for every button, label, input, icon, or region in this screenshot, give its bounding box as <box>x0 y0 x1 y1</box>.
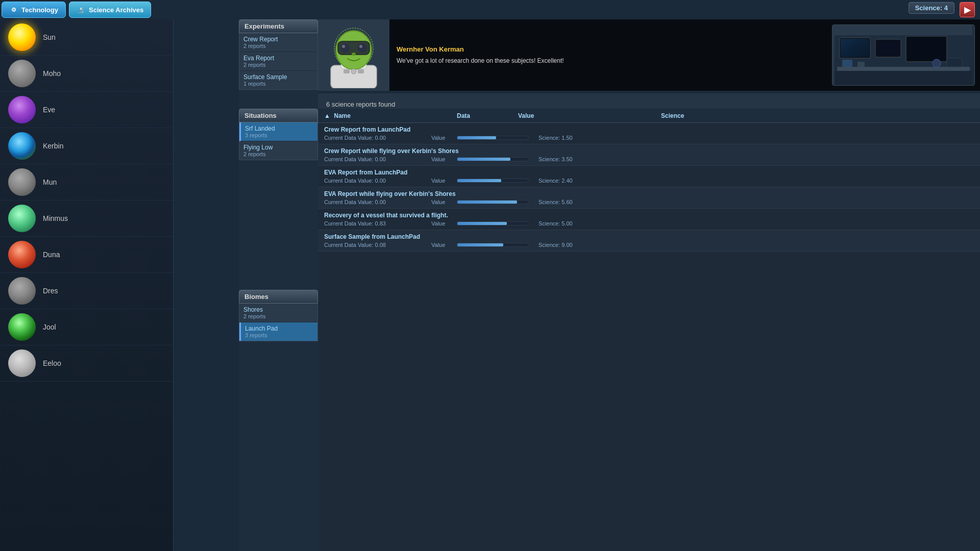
svg-rect-20 <box>876 40 900 56</box>
report-data-value: Current Data Value: 0.08 <box>324 242 426 248</box>
col-header-value[interactable]: Value <box>518 112 661 119</box>
report-science-value: Science: 5.60 <box>538 199 573 205</box>
planet-kerbin-label: Kerbin <box>43 142 63 150</box>
report-title: EVA Report from LaunchPad <box>324 169 974 176</box>
planet-jool-label: Jool <box>43 323 56 331</box>
experiments-header: Experiments <box>239 19 318 33</box>
planet-jool-icon <box>8 313 36 341</box>
report-bar-container <box>457 179 528 183</box>
biome-launch-pad[interactable]: Launch Pad 3 reports <box>239 322 317 341</box>
experiment-surface-sample[interactable]: Surface Sample 1 reports <box>239 71 317 89</box>
report-bar-fill <box>457 158 510 161</box>
planet-eve[interactable]: Eve <box>0 92 173 128</box>
svg-point-8 <box>359 45 362 48</box>
report-science-value: Science: 1.50 <box>538 135 573 141</box>
report-bar-container <box>457 136 528 140</box>
situations-block: Situations Srf Landed 3 reports Flying L… <box>239 109 318 168</box>
svg-point-26 <box>933 59 941 67</box>
planet-sun-label: Sun <box>43 33 56 41</box>
svg-point-5 <box>340 43 350 53</box>
report-bar-container <box>457 221 528 226</box>
situation-srf-landed[interactable]: Srf Landed 3 reports <box>239 122 317 141</box>
report-details: Current Data Value: 0.83ValueScience: 5.… <box>324 220 974 227</box>
report-row[interactable]: Crew Report from LaunchPadCurrent Data V… <box>318 123 980 144</box>
report-title: EVA Report while flying over Kerbin's Sh… <box>324 190 974 197</box>
character-message: We've got a lot of research done on thes… <box>397 56 820 65</box>
svg-point-6 <box>358 43 367 53</box>
experiments-list: Crew Report 2 reports Eva Report 2 repor… <box>239 33 318 90</box>
planet-minmus-label: Minmus <box>43 214 68 222</box>
report-bar-container <box>457 200 528 204</box>
column-headers: ▲ Name Data Value Science <box>318 109 980 123</box>
svg-rect-22 <box>907 37 946 61</box>
situation-flying-low[interactable]: Flying Low 2 reports <box>239 141 317 160</box>
lab-scene-svg <box>835 25 972 85</box>
report-value-label: Value <box>431 135 452 141</box>
experiments-block: Experiments Crew Report 2 reports Eva Re… <box>239 19 318 98</box>
report-title: Crew Report from LaunchPad <box>324 126 974 133</box>
biome-shores-count: 2 reports <box>243 313 313 319</box>
svg-rect-18 <box>841 39 869 57</box>
report-row[interactable]: Crew Report while flying over Kerbin's S… <box>318 144 980 166</box>
report-bar-fill <box>457 222 507 225</box>
col-header-name[interactable]: ▲ Name <box>324 112 457 119</box>
planet-sun[interactable]: Sun <box>0 19 173 56</box>
character-background <box>832 24 975 86</box>
report-row[interactable]: EVA Report while flying over Kerbin's Sh… <box>318 187 980 209</box>
report-details: Current Data Value: 0.00ValueScience: 2.… <box>324 178 974 184</box>
planet-jool[interactable]: Jool <box>0 309 173 345</box>
situations-list: Srf Landed 3 reports Flying Low 2 report… <box>239 122 318 160</box>
planet-eeloo-icon <box>8 349 36 377</box>
experiment-surface-sample-name: Surface Sample <box>243 73 313 81</box>
report-row[interactable]: Surface Sample from LaunchPadCurrent Dat… <box>318 230 980 252</box>
report-value-label: Value <box>431 178 452 184</box>
biomes-block: Biomes Shores 2 reports Launch Pad 3 rep… <box>239 290 318 349</box>
top-bar: ⚙ Technology 🔬 Science Archives Science:… <box>0 0 980 19</box>
kerbal-svg <box>326 22 382 88</box>
planet-moho-label: Moho <box>43 69 61 78</box>
biome-shores-name: Shores <box>243 306 313 313</box>
report-data-value: Current Data Value: 0.00 <box>324 199 426 205</box>
report-data-value: Current Data Value: 0.83 <box>324 220 426 227</box>
technology-button[interactable]: ⚙ Technology <box>2 2 66 18</box>
planet-kerbin[interactable]: Kerbin <box>0 128 173 164</box>
character-name: Wernher Von Kerman <box>397 45 820 53</box>
character-image <box>318 19 389 91</box>
experiment-eva-report[interactable]: Eva Report 2 reports <box>239 52 317 71</box>
planet-dres[interactable]: Dres <box>0 273 173 309</box>
report-value-label: Value <box>431 156 452 162</box>
col-header-science[interactable]: Science <box>661 112 722 119</box>
planet-mun[interactable]: Mun <box>0 164 173 201</box>
reports-area: Wernher Von Kerman We've got a lot of re… <box>318 19 980 551</box>
experiment-crew-report[interactable]: Crew Report 2 reports <box>239 33 317 52</box>
close-button[interactable]: ▶ <box>960 2 975 17</box>
report-data-value: Current Data Value: 0.00 <box>324 135 426 141</box>
planet-moho-icon <box>8 60 36 87</box>
planet-duna[interactable]: Duna <box>0 237 173 273</box>
planet-minmus[interactable]: Minmus <box>0 201 173 237</box>
report-row[interactable]: Recovery of a vessel that survived a fli… <box>318 209 980 230</box>
tech-label: Technology <box>21 6 58 14</box>
col-header-data[interactable]: Data <box>457 112 518 119</box>
planet-duna-label: Duna <box>43 251 60 259</box>
svg-point-7 <box>342 45 345 48</box>
planet-mun-label: Mun <box>43 178 57 186</box>
svg-point-12 <box>351 69 356 74</box>
science-counter: Science: 4 <box>909 2 954 14</box>
report-value-label: Value <box>431 242 452 248</box>
science-archives-button[interactable]: 🔬 Science Archives <box>69 2 151 18</box>
svg-point-9 <box>352 53 356 56</box>
science-label: Science Archives <box>89 6 143 14</box>
report-data-value: Current Data Value: 0.00 <box>324 156 426 162</box>
report-science-value: Science: 9.00 <box>538 242 573 248</box>
report-science-value: Science: 5.00 <box>538 220 573 227</box>
planet-eeloo[interactable]: Eeloo <box>0 345 173 382</box>
report-bar-container <box>457 157 528 161</box>
planet-dres-icon <box>8 277 36 305</box>
character-speech: Wernher Von Kerman We've got a lot of re… <box>389 19 827 91</box>
biome-shores[interactable]: Shores 2 reports <box>239 304 317 322</box>
report-row[interactable]: EVA Report from LaunchPadCurrent Data Va… <box>318 166 980 187</box>
planet-moho[interactable]: Moho <box>0 56 173 92</box>
report-science-value: Science: 2.40 <box>538 178 573 184</box>
report-value-label: Value <box>431 199 452 205</box>
